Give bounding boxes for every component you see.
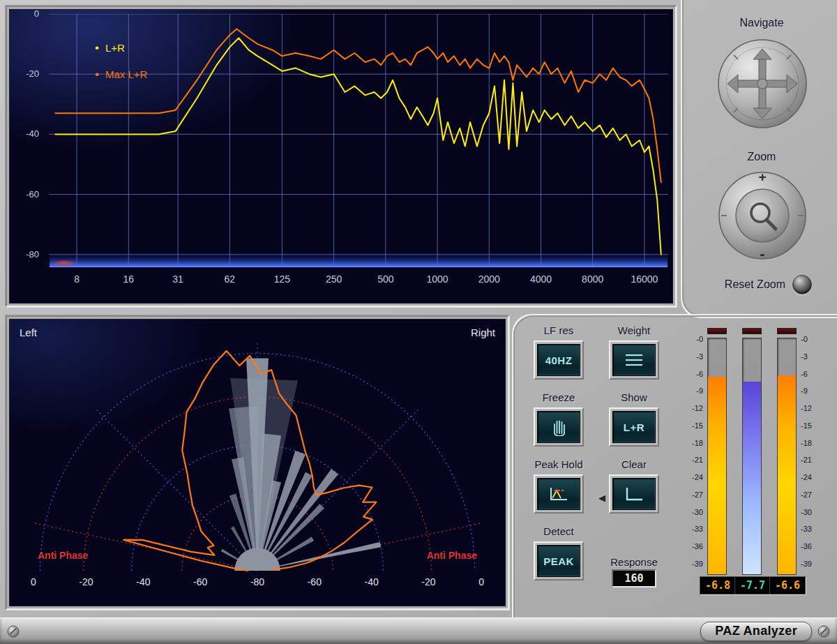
peak-hold-group: Peak Hold [522, 456, 596, 523]
meter-scale-left: -0-3-6-9-12-15-18-21-24-27-30-33-36-39 [685, 335, 703, 568]
level-meter-1 [707, 338, 727, 575]
x-tick-label: 8 [54, 274, 100, 285]
meter-scale-label: -30 [801, 508, 812, 516]
weight-button[interactable] [609, 340, 659, 380]
detect-button[interactable]: PEAK [534, 541, 584, 581]
y-tick-label: -40 [26, 128, 39, 139]
navigate-pad[interactable] [716, 38, 808, 130]
meter-scale-label: -39 [801, 560, 812, 568]
phase-axis-tick: -80 [250, 576, 264, 587]
antiphase-label-left: Anti Phase [38, 550, 88, 561]
legend-label: Max L+R [105, 68, 147, 80]
level-meter-3 [777, 338, 797, 575]
phase-axis-tick: 0 [31, 576, 36, 587]
x-tick-label: 4000 [518, 274, 564, 285]
x-tick-label: 1000 [414, 274, 460, 285]
clip-led-1 [707, 328, 727, 334]
detect-label: Detect [543, 523, 573, 541]
meter-scale-label: -27 [801, 491, 812, 499]
meter-readout-2: -7.7 [734, 576, 771, 594]
lf-res-value: 40HZ [545, 354, 573, 366]
meter-scale-label: -3 [801, 352, 808, 361]
meter-scale-label: -0 [801, 335, 808, 343]
spectrum-y-axis: 0-20-40-60-80 [10, 14, 45, 267]
phase-axis-tick: 0 [478, 576, 484, 587]
meter-scale-label: -9 [696, 387, 703, 395]
meter-readout-3: -6.6 [769, 576, 806, 594]
meter-scale-label: -18 [801, 439, 812, 447]
x-tick-label: 31 [155, 274, 201, 285]
weight-lines-icon [624, 352, 644, 368]
peak-hold-button[interactable] [534, 474, 584, 514]
spectrum-x-axis: 8163162125250500100020004000800016000 [49, 274, 668, 289]
phase-axis-tick: -20 [421, 576, 435, 587]
meter-scale-label: -30 [692, 508, 703, 516]
freeze-label: Freeze [543, 389, 575, 407]
detect-group: Detect PEAK [522, 523, 596, 590]
spectrum-panel: 0-20-40-60-80 81631621252505001000200040… [6, 6, 677, 307]
x-tick-label: 125 [259, 274, 305, 285]
detect-value: PEAK [543, 555, 574, 567]
meter-readout-1: -6.8 [700, 576, 736, 594]
legend-dot-icon: • [95, 71, 99, 78]
meter-fill-2 [743, 382, 761, 574]
spectrum-floor-glow [50, 251, 668, 267]
zoom-label: Zoom [686, 151, 837, 163]
weight-label: Weight [618, 322, 650, 340]
clear-label: Clear [621, 456, 647, 474]
show-group: Show L+R [596, 389, 672, 456]
spectrum-floor-red-glow [50, 260, 78, 267]
hand-icon [550, 418, 568, 436]
x-tick-label: 8000 [570, 274, 616, 285]
meter-scale-label: -15 [801, 421, 812, 430]
meter-fill-1 [708, 377, 726, 574]
meter-scale-label: -12 [692, 404, 703, 412]
legend-item: •Max L+R [95, 68, 147, 80]
reset-zoom-button[interactable] [792, 275, 812, 294]
meter-scale-label: -18 [692, 439, 703, 447]
meter-scale-label: -21 [692, 456, 703, 464]
zoom-in-label[interactable]: + [717, 170, 808, 185]
show-button[interactable]: L+R [609, 407, 659, 447]
meter-scale-label: -9 [801, 387, 808, 395]
zoom-out-label[interactable]: - [717, 245, 808, 263]
spectrum-display[interactable]: 0-20-40-60-80 81631621252505001000200040… [9, 9, 673, 304]
x-tick-label: 500 [363, 274, 409, 285]
meter-collapse-toggle[interactable]: ◀ [598, 493, 605, 503]
brand-text: PAZ Analyzer [715, 624, 797, 638]
spectrum-legend: •L+R•Max L+R [95, 42, 147, 95]
clip-led-2 [742, 328, 762, 334]
response-label: Response [610, 554, 658, 569]
peak-hold-icon [548, 486, 569, 502]
zoom-knob[interactable]: + - [717, 170, 808, 261]
meter-scale-label: -0 [696, 335, 703, 343]
navigate-label: Navigate [686, 17, 837, 29]
meter-scale-label: -6 [801, 370, 808, 378]
freeze-button[interactable] [534, 407, 584, 447]
lf-res-button[interactable]: 40HZ [534, 340, 584, 380]
y-tick-label: -60 [26, 189, 39, 200]
reset-zoom-group: Reset Zoom [672, 275, 823, 294]
meter-scale-label: -27 [692, 491, 703, 499]
clear-button[interactable] [609, 474, 659, 514]
axes-icon [624, 486, 644, 502]
meter-scale-label: -36 [692, 542, 703, 551]
response-value[interactable]: 160 [612, 569, 656, 587]
phase-axis-tick: -20 [79, 576, 93, 587]
screw-icon [817, 625, 830, 638]
meter-scale-label: -12 [801, 404, 812, 412]
x-tick-label: 250 [311, 274, 357, 285]
meter-scale-label: -6 [696, 370, 703, 378]
footer-bar: PAZ Analyzer [0, 617, 837, 644]
legend-dot-icon: • [95, 45, 99, 52]
meter-fill-3 [778, 375, 796, 574]
phase-axis-tick: -40 [365, 576, 379, 587]
meter-scale-label: -3 [696, 352, 703, 361]
controls-panel: LF res 40HZ Weight Freeze [522, 322, 672, 590]
phase-axis-tick: -40 [136, 576, 150, 587]
meter-scale-label: -21 [801, 456, 812, 464]
response-group: Response 160 [596, 523, 672, 590]
meter-scale-label: -24 [692, 473, 703, 481]
phase-axis: 0-20-40-60-80-60-40-200 [14, 576, 501, 587]
legend-item: •L+R [95, 42, 147, 54]
